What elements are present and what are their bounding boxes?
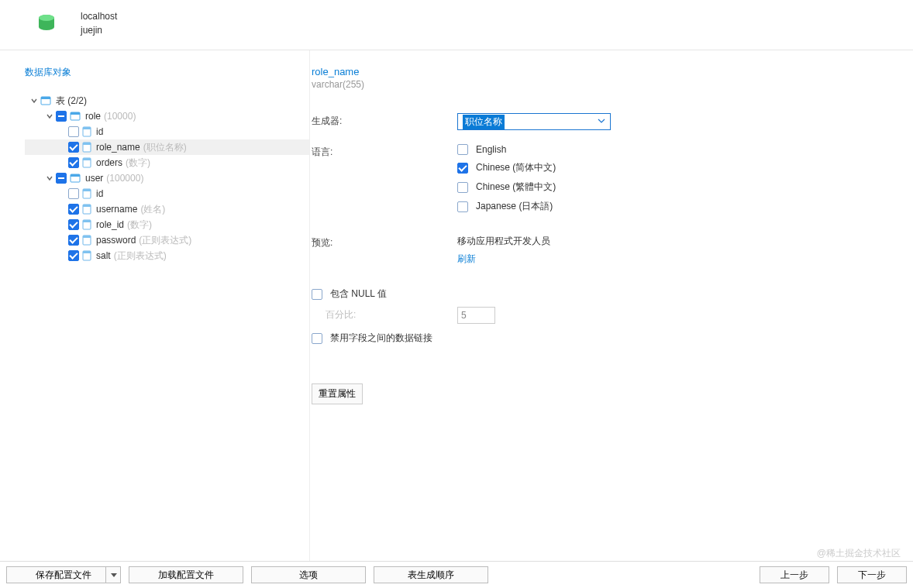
column-icon <box>82 219 91 230</box>
svg-rect-21 <box>83 236 91 238</box>
refresh-link[interactable]: 刷新 <box>457 253 476 266</box>
chevron-down-icon <box>111 573 117 577</box>
connection-header: localhost juejin <box>0 0 913 50</box>
save-profile-button[interactable]: 保存配置文件 <box>6 566 121 583</box>
column-checkbox[interactable] <box>68 142 79 153</box>
table-order-button[interactable]: 表生成顺序 <box>374 566 488 583</box>
host-label: localhost <box>81 9 117 23</box>
column-icon <box>82 126 91 137</box>
column-checkbox[interactable] <box>68 219 79 230</box>
table-checkbox[interactable] <box>56 111 67 122</box>
tree-panel: 数据库对象 表 (2/2)role(10000)idrole_name(职位名称… <box>0 50 310 561</box>
svg-rect-7 <box>83 127 91 129</box>
load-profile-button[interactable]: 加载配置文件 <box>129 566 243 583</box>
table-icon <box>40 95 51 106</box>
generator-value: 职位名称 <box>463 115 505 129</box>
tree-table-role[interactable]: role(10000) <box>25 108 309 124</box>
language-option[interactable]: Japanese (日本語) <box>457 200 913 213</box>
tree-table-user[interactable]: user(100000) <box>25 170 309 186</box>
svg-rect-13 <box>71 174 80 177</box>
prev-button[interactable]: 上一步 <box>760 566 829 583</box>
tree-column-role_name[interactable]: role_name(职位名称) <box>25 139 309 155</box>
tree-column-password[interactable]: password(正则表达式) <box>25 232 309 248</box>
include-null-checkbox[interactable] <box>312 289 322 300</box>
svg-rect-17 <box>83 205 91 207</box>
svg-rect-23 <box>83 251 91 253</box>
svg-rect-19 <box>83 220 91 222</box>
percent-label: 百分比: <box>312 307 457 322</box>
generator-combobox[interactable]: 职位名称 <box>457 113 611 130</box>
language-label: Chinese (简体中文) <box>476 161 556 174</box>
preview-value: 移动应用程式开发人员 <box>457 235 913 248</box>
language-checkbox[interactable] <box>457 201 468 212</box>
svg-rect-11 <box>83 158 91 160</box>
svg-rect-15 <box>83 189 91 191</box>
tree-column-orders[interactable]: orders(数字) <box>25 155 309 170</box>
field-type: varchar(255) <box>312 79 913 90</box>
language-checkbox[interactable] <box>457 182 468 193</box>
tree-column-role_id[interactable]: role_id(数字) <box>25 217 309 232</box>
field-properties-panel: role_name varchar(255) 生成器: 职位名称 语言: Eng <box>310 50 913 561</box>
column-icon <box>82 250 91 261</box>
language-label: 语言: <box>312 144 457 159</box>
column-icon <box>82 188 91 199</box>
percent-input[interactable] <box>457 307 495 324</box>
column-checkbox[interactable] <box>68 250 79 261</box>
options-button[interactable]: 选项 <box>251 566 366 583</box>
footer-toolbar: 保存配置文件 加载配置文件 选项 表生成顺序 上一步 下一步 <box>0 561 913 588</box>
svg-rect-3 <box>41 97 50 99</box>
language-label: Chinese (繁體中文) <box>476 181 556 194</box>
chevron-down-icon[interactable] <box>29 96 39 105</box>
table-icon <box>70 173 81 184</box>
database-icon <box>36 12 57 34</box>
svg-rect-5 <box>71 112 80 115</box>
chevron-down-icon[interactable] <box>45 174 54 183</box>
column-checkbox[interactable] <box>68 204 79 215</box>
database-label: juejin <box>81 23 117 37</box>
tree-column-id[interactable]: id <box>25 124 309 139</box>
column-icon <box>82 204 91 215</box>
language-option[interactable]: Chinese (繁體中文) <box>457 181 913 194</box>
disable-link-label: 禁用字段之间的数据链接 <box>330 332 432 345</box>
column-checkbox[interactable] <box>68 126 79 137</box>
chevron-down-icon[interactable] <box>45 112 54 121</box>
language-label: English <box>476 144 506 155</box>
chevron-down-icon <box>598 116 605 127</box>
column-icon <box>82 142 91 153</box>
column-checkbox[interactable] <box>68 235 79 246</box>
disable-link-checkbox[interactable] <box>312 333 322 344</box>
language-checkbox[interactable] <box>457 144 468 155</box>
column-icon <box>82 157 91 168</box>
table-checkbox[interactable] <box>56 173 67 184</box>
tree-column-salt[interactable]: salt(正则表达式) <box>25 248 309 263</box>
include-null-label: 包含 NULL 值 <box>330 287 387 301</box>
field-name: role_name <box>312 66 913 77</box>
tree-column-username[interactable]: username(姓名) <box>25 201 309 217</box>
table-icon <box>70 111 81 122</box>
column-checkbox[interactable] <box>68 157 79 168</box>
language-checkbox[interactable] <box>457 163 468 174</box>
language-label: Japanese (日本語) <box>476 200 553 213</box>
column-icon <box>82 235 91 246</box>
next-button[interactable]: 下一步 <box>837 566 907 583</box>
column-checkbox[interactable] <box>68 188 79 199</box>
svg-point-1 <box>39 15 54 21</box>
main-content: 数据库对象 表 (2/2)role(10000)idrole_name(职位名称… <box>0 50 913 561</box>
tree-title: 数据库对象 <box>25 66 309 79</box>
preview-label: 预览: <box>312 235 457 249</box>
tree-root-tables[interactable]: 表 (2/2) <box>25 93 309 108</box>
generator-label: 生成器: <box>312 113 457 128</box>
language-option[interactable]: English <box>457 144 913 155</box>
svg-rect-9 <box>83 143 91 145</box>
language-option[interactable]: Chinese (简体中文) <box>457 161 913 174</box>
tree-column-id[interactable]: id <box>25 186 309 201</box>
reset-button[interactable]: 重置属性 <box>312 383 363 404</box>
